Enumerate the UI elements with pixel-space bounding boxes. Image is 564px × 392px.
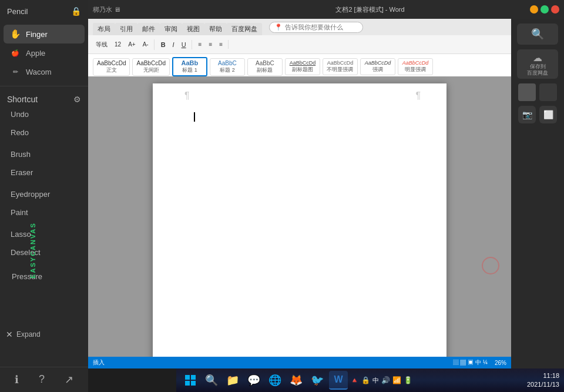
minimize-button[interactable] [530,5,538,14]
shortcut-eyedropper[interactable]: Eyedropper [6,185,82,203]
tab-apple[interactable]: 🍎 Apple [4,43,85,62]
taskbar-word-icon[interactable]: W [329,371,348,390]
ribbon-tab-layout[interactable]: 布局 [93,23,115,35]
underline-btn[interactable]: U [179,40,189,49]
sidebar-bottom: ℹ ? ↗ [0,367,88,392]
tab-wacom[interactable]: ✏ Wacom [4,62,85,81]
win-controls [530,5,559,14]
ribbon-search-bar[interactable]: 📍 [269,22,363,33]
svg-rect-0 [185,375,190,380]
systray-sound-icon[interactable]: 🔊 [381,376,390,384]
style-heading1[interactable]: AaBb 标题 1 [172,57,207,76]
shortcut-deselect[interactable]: Deselect [6,243,82,262]
tab-finger[interactable]: ✋ Finger [4,25,85,43]
taskbar-twitter-icon[interactable]: 🐦 [308,371,327,390]
style-emph[interactable]: AaBbCcDd 强调 [360,58,395,75]
font-grow-btn[interactable]: A+ [125,40,139,49]
taskbar: 🔍 📁 💬 🌐 🦊 🐦 W 🔺 🔒 中 🔊 📶 🔋 11:18 2021/11/… [176,368,564,392]
statusbar-insert: 插入 [93,359,105,367]
box-btn-1[interactable] [518,83,536,101]
ribbon-toolbar: 等线 12 A+ A- B I U ≡ ≡ ≡ [88,35,564,54]
taskbar-browser2-icon[interactable]: 🦊 [287,371,306,390]
ribbon-tab-help[interactable]: 帮助 [204,23,227,35]
right-btn-row-1 [518,83,557,101]
taskbar-windows-icon[interactable] [181,371,200,390]
shortcut-lasso[interactable]: Lasso [6,225,82,243]
document-page[interactable]: ¶ ¶ [153,83,446,357]
taskbar-systray: 🔺 🔒 中 🔊 📶 🔋 [350,376,412,385]
taskbar-search-icon[interactable]: 🔍 [202,371,221,390]
systray-keyboard-icon[interactable]: 🔒 [361,376,370,384]
ribbon-tab-view[interactable]: 视图 [182,23,204,35]
ribbon-search-input[interactable] [285,24,355,31]
shortcut-section: Shortcut ⚙ Undo Redo Brush Eraser Eyedro… [0,91,88,265]
ribbon-tab-baidu[interactable]: 百度网盘 [227,23,262,35]
para-marker-topright: ¶ [415,91,421,101]
info-icon[interactable]: ℹ [15,373,19,386]
italic-btn[interactable]: I [170,40,177,49]
close-button[interactable] [551,5,559,14]
taskbar-explorer-icon[interactable]: 📁 [223,371,242,390]
cloud-icon: ☁ [533,52,542,63]
systray-wifi-icon[interactable]: 📶 [392,376,401,384]
systray-ime-icon[interactable]: 中 [372,376,379,385]
bold-btn[interactable]: B [158,40,169,49]
systray-arrow-icon[interactable]: 🔺 [350,376,359,384]
word-statusbar: 插入 ▤ ▦ ▣ 中 ¼ 26% [88,357,511,368]
ribbon-tab-mail[interactable]: 邮件 [137,23,160,35]
tab-wacom-label: Wacom [26,68,52,76]
shortcut-eraser[interactable]: Eraser [6,163,82,182]
main-content: 梆乃水 🖥 文档2 [兼容模式] - Word 布局 引用 邮件 审阅 视图 帮… [88,0,564,392]
style-subtitle[interactable]: AaBbC 副标题 [247,58,283,76]
clock-date: 2021/11/13 [527,380,559,389]
style-normal[interactable]: AaBbCcDd 正文 [93,58,130,76]
shortcut-brush[interactable]: Brush [6,145,82,163]
style-strong-emph[interactable]: AaBbCcDd 明显强调 [398,58,433,75]
style-heading2[interactable]: AaBbC 标题 2 [210,58,245,76]
style-nospace[interactable]: AaBbCcDd 无间距 [132,58,169,76]
expand-button[interactable]: ✕ Expand [6,330,41,339]
word-title: 文档2 [兼容模式] - Word [335,5,404,14]
font-size-btn[interactable]: 12 [112,40,124,49]
easycanvas-label: EASYCANVAS [29,222,36,279]
save-baidu-button[interactable]: ☁ 保存到百度网盘 [517,49,558,79]
expand-icon: ✕ [6,330,13,339]
pressure-item[interactable]: Pressure [0,267,88,286]
find-button[interactable]: 🔍 [517,24,558,45]
align-right-btn[interactable]: ≡ [216,40,226,49]
maximize-button[interactable] [540,5,549,14]
align-left-btn[interactable]: ≡ [196,40,205,49]
share-icon[interactable]: ↗ [65,373,73,386]
taskbar-clock[interactable]: 11:18 2021/11/13 [527,371,559,390]
screenshot-button[interactable]: ⬜ [539,106,557,123]
font-family-btn[interactable]: 等线 [93,39,110,50]
shortcut-paint[interactable]: Paint [6,203,82,222]
sidebar-top: Pencil 🔒 [0,0,88,22]
toolbar-font-group: 等线 12 A+ A- [90,39,155,50]
gear-icon[interactable]: ⚙ [73,95,81,104]
style-notemph[interactable]: AaBbCcDd 不明显强调 [323,58,358,75]
ribbon-tab-reference[interactable]: 引用 [115,23,137,35]
svg-rect-1 [191,375,196,380]
word-titlebar: 梆乃水 🖥 文档2 [兼容模式] - Word [88,0,564,19]
shortcut-redo[interactable]: Redo [6,123,82,142]
lock-icon[interactable]: 🔒 [71,6,81,16]
taskbar-teams-icon[interactable]: 💬 [244,371,263,390]
divider-1 [0,86,88,86]
align-center-btn[interactable]: ≡ [206,40,215,49]
box-btn-2[interactable] [539,83,557,101]
svg-rect-2 [185,381,190,386]
document-area: ¶ ¶ [88,76,511,357]
font-shrink-btn[interactable]: A- [140,40,152,49]
shortcut-undo[interactable]: Undo [6,105,82,123]
help-icon[interactable]: ? [39,373,45,386]
apple-icon: 🍎 [9,47,21,59]
toolbar-format-group: B I U [156,40,192,49]
sidebar: Pencil 🔒 ✋ Finger 🍎 Apple ✏ Wacom Shortc… [0,0,88,392]
wacom-icon: ✏ [9,66,21,78]
style-subtle-emph[interactable]: AaBbCcDd 副标题图 [285,58,320,75]
camera-button[interactable]: 📷 [518,106,536,123]
ribbon-tab-review[interactable]: 审阅 [160,23,182,35]
systray-battery-icon[interactable]: 🔋 [404,376,412,384]
taskbar-edge-icon[interactable]: 🌐 [266,371,284,390]
